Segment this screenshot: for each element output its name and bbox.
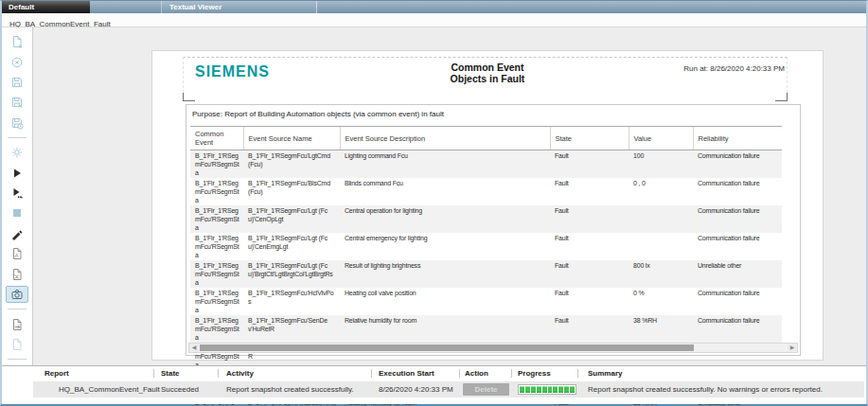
snapshot-icon[interactable] (6, 286, 28, 303)
edit-icon[interactable] (6, 225, 28, 242)
cell-value (629, 205, 693, 233)
progress-segment (570, 386, 575, 393)
execution-row[interactable]: HQ_BA_CommonEvent_Fault Succeeded Report… (33, 381, 864, 397)
cell-reliability: Communication failure (693, 150, 782, 179)
cell-state: Fault (550, 178, 629, 205)
cell-reliability: Communication failure (693, 315, 782, 343)
cell-common-event: B_1'Flr_1'RSegmFcu'RSegmSta (190, 178, 243, 205)
table-row: B_1'Flr_1'RSegmFcu'RSegmStaB_1'Flr_1'RSe… (190, 288, 782, 315)
run-at-timestamp: Run at: 8/26/2020 4:20:33 PM (683, 64, 785, 73)
cell-state: Fault (550, 233, 629, 260)
margin-corner-left (183, 93, 195, 101)
progress-segment (558, 386, 563, 393)
panel-col-activity: Activity (226, 369, 254, 378)
panel-col-action: Action (465, 369, 488, 378)
cell-state: Fault (550, 150, 629, 179)
progress-segment (531, 386, 536, 393)
cell-value (629, 233, 693, 260)
document-tab-bar: HQ_BA_CommonEvent_Fault (2, 13, 866, 27)
fault-objects-table: Common EventEvent Source NameEvent Sourc… (190, 126, 782, 406)
panel-separator (371, 369, 372, 378)
table-row: B_1'Flr_1'RSegmFcu'RSegmStaB_1'Flr_1'RSe… (190, 260, 782, 288)
progress-segment (520, 386, 524, 393)
cell-common-event: B_1'Flr_1'RSegmFcu'RSegmSta (190, 150, 243, 179)
panel-separator (153, 369, 154, 378)
cell-description: Lighting command Fcu (340, 150, 550, 179)
top-tab-bar: Default Textual Viewer (2, 1, 866, 13)
cell-common-event: B_1'Flr_1'RSegmFcu'RSegmSta (190, 205, 243, 233)
delete-button[interactable]: Delete (463, 383, 509, 396)
execution-start-time: 8/26/2020 4:20:33 PM (379, 385, 453, 394)
cell-source-name: B_1'Flr_1'RSegmFcu'Lgt (Fcu)'BrgtCtl'Lgt… (243, 260, 340, 288)
progress-segment (525, 386, 530, 393)
table-row: B_1'Flr_1'RSegmFcu'RSegmStaB_1'Flr_1'RSe… (190, 233, 782, 260)
cell-state: Fault (550, 288, 629, 315)
tab-default[interactable]: Default (2, 1, 90, 13)
progress-segment (564, 386, 569, 393)
settings-gear-icon[interactable] (6, 144, 28, 161)
execution-summary: Report snapshot created successfully. No… (588, 385, 823, 394)
execution-state: Succeeded (161, 385, 199, 394)
report-title-line2: Objects in Fault (152, 73, 823, 84)
report-toolbar: A (2, 27, 33, 365)
cell-common-event: B_1'Flr_1'RSegmFcu'RSegmSta (190, 260, 243, 288)
cancel-icon[interactable] (6, 53, 28, 70)
save-all-icon[interactable] (6, 115, 28, 132)
scroll-right-icon[interactable]: ▶ (788, 344, 797, 352)
cell-description: Heating coil valve position (340, 288, 550, 315)
cell-value: 800 lx (629, 260, 693, 288)
report-purpose: Purpose: Report of Building Automation o… (192, 110, 444, 118)
progress-segment (542, 386, 547, 393)
horizontal-scrollbar[interactable]: ◀ ▶ (188, 343, 798, 353)
cell-common-event: B_1'Flr_1'RSegmFcu'RSegmSta (190, 233, 243, 260)
execution-panel: Report State Activity Execution Start Ac… (2, 365, 866, 404)
column-header: Reliability (693, 127, 782, 150)
column-header: Common Event (190, 127, 243, 150)
export-excel-icon[interactable] (6, 266, 28, 283)
scrollbar-track[interactable] (199, 344, 788, 352)
margin-corner-right (775, 93, 788, 101)
report-page: SIEMENS Common Event Objects in Fault Ru… (151, 50, 824, 361)
table-header-row: Common EventEvent Source NameEvent Sourc… (190, 127, 782, 150)
cell-value: 0 , 0 (629, 178, 693, 205)
execution-report-name: HQ_BA_CommonEvent_Fault (59, 385, 160, 394)
open-snapshot-icon[interactable] (6, 336, 28, 353)
cell-common-event: B_1'Flr_1'RSegmFcu'RSegmSta (190, 288, 243, 315)
tab-textual-viewer[interactable]: Textual Viewer (161, 1, 317, 13)
report-body-frame: Purpose: Report of Building Automation o… (186, 104, 801, 356)
progress-segment (537, 386, 541, 393)
progress-segment (548, 386, 553, 393)
new-snapshot-icon[interactable] (6, 315, 28, 332)
scroll-left-icon[interactable]: ◀ (189, 344, 199, 352)
cell-state: Fault (550, 205, 629, 233)
cell-source-name: B_1'Flr_1'RSegmFcu'Lgt (Fcu)'CenEmgLgt (243, 233, 340, 260)
cell-description: Central operation for lighting (340, 205, 550, 233)
new-report-icon[interactable] (6, 33, 28, 50)
run-with-options-icon[interactable] (6, 185, 28, 202)
panel-col-report: Report (44, 369, 69, 378)
panel-separator (459, 369, 460, 378)
table-row: B_1'Flr_1'RSegmFcu'RSegmStaB_1'Flr_1'RSe… (190, 315, 782, 343)
toolbar-separator (8, 359, 27, 360)
cell-value: 0 % (629, 288, 693, 315)
cell-common-event: B_1'Flr_1'RSegmFcu'RSegmSta (190, 315, 243, 343)
execution-activity: Report snapshot created successfully. (226, 385, 354, 394)
column-header: Event Source Name (243, 127, 340, 150)
scrollbar-thumb[interactable] (200, 344, 694, 351)
run-icon[interactable] (6, 164, 28, 181)
cell-source-name: B_1'Flr_1'RSegmFcu'LgtCmd (Fcu) (243, 150, 340, 179)
svg-text:A: A (15, 253, 19, 258)
cell-description: Central emergency for lighting (340, 233, 550, 260)
export-pdf-icon[interactable]: A (6, 245, 28, 262)
panel-col-summary: Summary (588, 369, 622, 378)
toolbar-separator (8, 137, 27, 138)
stop-icon[interactable] (6, 204, 28, 221)
save-as-icon[interactable] (6, 94, 28, 111)
toolbar-separator (8, 309, 27, 309)
cell-reliability: Communication failure (693, 205, 782, 233)
cell-source-name: B_1'Flr_1'RSegmFcu'SenDev'HuRelR (243, 315, 340, 343)
cell-description: Result of lighting brightness (340, 260, 550, 288)
save-icon[interactable] (6, 74, 28, 91)
panel-separator (218, 369, 219, 378)
cell-state: Fault (550, 315, 629, 343)
